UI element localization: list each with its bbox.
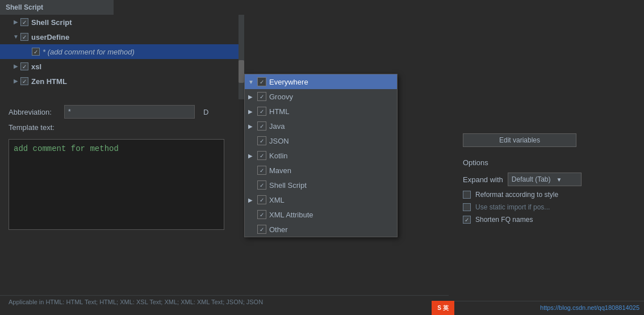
dropdown-item-everywhere[interactable]: ▼ Everywhere [245,74,397,89]
expand-with-value: Default (Tab) [512,175,551,183]
right-panel: Edit variables Options Expand with Defau… [454,99,644,315]
checkbox-user-define[interactable] [20,33,28,41]
dropdown-item-maven[interactable]: ▶ Maven [245,163,397,178]
label-user-define: userDefine [31,33,69,41]
dropdown-check-maven[interactable] [257,166,266,175]
label-shell-script: Shell Script [31,18,72,27]
dropdown-item-json[interactable]: ▶ JSON [245,133,397,148]
option-static-import-checkbox[interactable] [463,203,471,211]
description-d-label: D [203,108,208,116]
dropdown-arrow-xml: ▶ [248,197,257,203]
label-zen-html: Zen HTML [31,77,67,86]
dropdown-item-xml-attribute[interactable]: ▶ XML Attribute [245,207,397,222]
status-text: Applicable in HTML: HTML Text; HTML; XML… [9,299,263,305]
abbreviation-label: Abbreviation: [9,108,60,116]
checkbox-xsl[interactable] [20,62,28,70]
dropdown-label-other: Other [269,225,288,234]
options-section: Options Expand with Default (Tab) ▼ Refo… [463,158,635,224]
arrow-shell-script [11,18,20,27]
dropdown-label-everywhere: Everywhere [269,78,308,86]
template-label: Template text: [9,123,55,132]
dropdown-item-other[interactable]: ▶ Other [245,222,397,237]
dropdown-check-java[interactable] [257,121,266,131]
dropdown-item-groovy[interactable]: ▶ Groovy [245,89,397,104]
dropdown-label-html: HTML [269,107,289,116]
csdn-label: S 英 [437,304,448,312]
option-reformat-row: Reformat according to style [463,191,635,199]
dropdown-overlay: ▼ Everywhere ▶ Groovy ▶ HTML ▶ Java ▶ JS… [244,74,398,237]
dropdown-check-groovy[interactable] [257,92,266,101]
option-static-import-label: Use static import if pos... [475,203,550,211]
dropdown-check-xml[interactable] [257,195,266,204]
tab-bar: Shell Script [0,0,114,15]
dropdown-label-kotlin: Kotlin [269,152,288,160]
arrow-user-define [11,32,20,41]
dropdown-check-xml-attr[interactable] [257,210,266,219]
dropdown-label-json: JSON [269,137,289,145]
tree-panel: Shell Script userDefine * (add comment f… [0,15,244,99]
csdn-badge: S 英 [432,301,454,315]
option-shorten-fq-row: Shorten FQ names [463,216,635,224]
url-text: https://blog.csdn.net/qq1808814025 [540,304,639,311]
tree-row-xsl[interactable]: xsl [0,59,244,74]
expand-with-select[interactable]: Default (Tab) ▼ [508,173,582,186]
checkbox-zen-html[interactable] [20,77,28,85]
tab-shell-script[interactable]: Shell Script [6,3,43,11]
options-title: Options [463,158,635,167]
dropdown-check-json[interactable] [257,136,266,145]
option-reformat-checkbox[interactable] [463,191,471,199]
tree-row-shell-script[interactable]: Shell Script [0,15,244,30]
template-content: add comment for method [14,144,119,153]
tree-row-add-comment[interactable]: * (add comment for method) [0,44,244,59]
dropdown-item-html[interactable]: ▶ HTML [245,104,397,119]
expand-with-row: Expand with Default (Tab) ▼ [463,173,635,186]
template-editor[interactable]: add comment for method [9,139,224,230]
dropdown-arrow-everywhere: ▼ [248,79,257,85]
dropdown-item-xml[interactable]: ▶ XML [245,192,397,207]
dropdown-arrow-html: ▶ [248,108,257,115]
dropdown-item-kotlin[interactable]: ▶ Kotlin [245,148,397,163]
dropdown-check-kotlin[interactable] [257,151,266,160]
dropdown-check-html[interactable] [257,107,266,116]
dropdown-label-shell: Shell Script [269,181,307,190]
dropdown-arrow-java: ▶ [248,123,257,129]
edit-variables-button[interactable]: Edit variables [463,133,576,147]
arrow-xsl [11,62,20,71]
option-reformat-label: Reformat according to style [475,191,558,199]
tree-row-user-define[interactable]: userDefine [0,30,244,44]
dropdown-item-java[interactable]: ▶ Java [245,119,397,133]
checkbox-shell-script[interactable] [20,18,28,26]
dropdown-check-shell[interactable] [257,180,266,190]
dropdown-arrow-kotlin: ▶ [248,153,257,159]
dropdown-check-everywhere[interactable] [257,77,266,86]
dropdown-arrow-groovy: ▶ [248,94,257,100]
arrow-zen-html [11,77,20,86]
abbreviation-input[interactable] [64,105,195,119]
dropdown-label-groovy: Groovy [269,93,293,101]
tree-scrollbar[interactable] [239,15,244,99]
expand-with-arrow-icon: ▼ [557,177,562,183]
option-static-import-row: Use static import if pos... [463,203,635,211]
scrollbar-thumb [239,60,244,83]
option-shorten-fq-checkbox[interactable] [463,216,471,224]
dropdown-label-java: Java [269,122,285,131]
label-xsl: xsl [31,62,41,71]
dropdown-item-shell-script[interactable]: ▶ Shell Script [245,178,397,192]
url-bar: https://blog.csdn.net/qq1808814025 [454,301,644,315]
checkbox-add-comment[interactable] [32,48,40,56]
label-add-comment: * (add comment for method) [43,48,135,56]
tree-row-zen-html[interactable]: Zen HTML [0,74,244,89]
dropdown-check-other[interactable] [257,225,266,234]
dropdown-label-maven: Maven [269,166,291,175]
expand-with-label: Expand with [463,175,503,184]
dropdown-label-xml-attr: XML Attribute [269,211,313,219]
option-shorten-fq-label: Shorten FQ names [475,216,533,224]
dropdown-label-xml: XML [269,196,285,204]
status-bar: Applicable in HTML: HTML Text; HTML; XML… [0,295,449,309]
